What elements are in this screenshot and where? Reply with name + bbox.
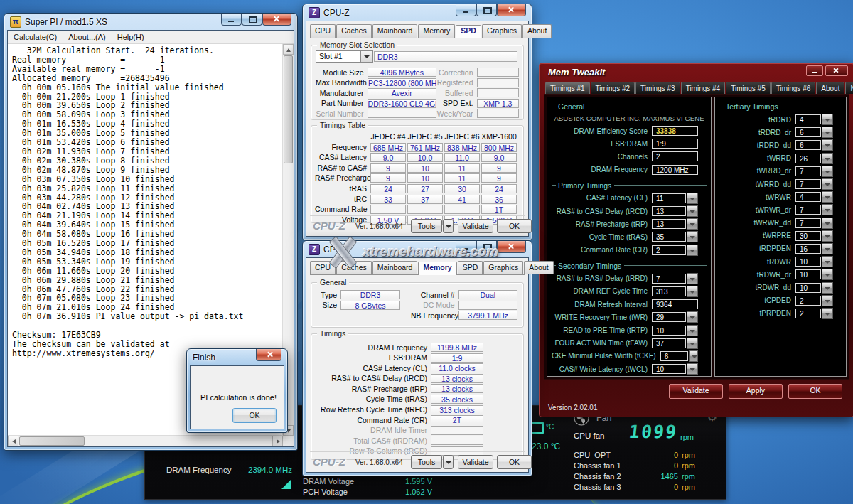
mtk-value-box[interactable]: 37 [652, 338, 686, 348]
mtk-tab-timings-5[interactable]: Timings #5 [726, 82, 771, 94]
mtk-tab-timings-1[interactable]: Timings #1 [545, 82, 590, 94]
mtk-value-box[interactable]: 7 [652, 274, 686, 284]
close-button[interactable] [497, 4, 526, 16]
dropdown-button[interactable] [822, 166, 833, 177]
mtk-value-box[interactable]: 26 [795, 154, 821, 163]
dropdown-button[interactable] [687, 363, 698, 375]
ok-button[interactable]: OK [497, 455, 532, 469]
dropdown-button[interactable] [687, 218, 698, 230]
dropdown-button[interactable] [689, 350, 698, 362]
mtk-value-box[interactable]: 7 [795, 166, 821, 176]
close-button[interactable] [825, 65, 848, 76]
ok-button[interactable]: OK [497, 219, 532, 233]
tools-dropdown-button[interactable] [443, 455, 454, 469]
dropdown-button[interactable] [822, 114, 833, 125]
dropdown-button[interactable] [687, 245, 698, 256]
chevron-down-icon[interactable] [361, 50, 373, 63]
dropdown-button[interactable] [687, 205, 698, 217]
panel-resize-triangle[interactable] [281, 480, 291, 489]
dropdown-button[interactable] [687, 273, 698, 284]
horizontal-scroll-thumb[interactable] [19, 436, 85, 446]
vertical-scroll-thumb[interactable] [284, 55, 293, 163]
ok-button[interactable]: OK [232, 408, 277, 423]
mtk-tab-timings-6[interactable]: Timings #6 [771, 82, 816, 94]
dropdown-button[interactable] [822, 139, 833, 151]
mtk-value-box[interactable]: 9364 [652, 299, 698, 309]
scroll-left-button[interactable] [8, 436, 18, 446]
mtk-tab-timings-4[interactable]: Timings #4 [681, 82, 726, 94]
scroll-right-button[interactable] [272, 436, 283, 446]
scroll-up-button[interactable] [283, 44, 294, 55]
mtk-value-box[interactable]: 13 [652, 206, 686, 216]
validate-button[interactable]: Validate [669, 384, 723, 399]
mtk-value-box[interactable]: 6 [795, 140, 821, 150]
mtk-value-box[interactable]: 35 [652, 232, 686, 242]
mtk-value-box[interactable]: 4 [795, 114, 821, 124]
mtk-tab-about[interactable]: About [816, 82, 844, 94]
mtk-tab-timings-2[interactable]: Timings #2 [591, 82, 635, 94]
tab-about[interactable]: About [524, 261, 553, 274]
tab-caches[interactable]: Caches [336, 261, 372, 274]
dropdown-button[interactable] [822, 230, 833, 242]
minimize-button[interactable] [456, 4, 476, 16]
tab-about[interactable]: About [522, 24, 552, 38]
mtk-value-box[interactable]: 2 [652, 245, 686, 255]
mtk-value-box[interactable]: 10 [795, 269, 821, 279]
mtk-value-box[interactable]: 10 [795, 257, 821, 267]
horizontal-scrollbar[interactable] [8, 435, 283, 446]
tools-button[interactable]: Tools [411, 219, 442, 233]
dropdown-button[interactable] [687, 231, 698, 242]
mtk-value-box[interactable]: 7 [795, 205, 821, 215]
maximize-button[interactable] [242, 14, 262, 26]
menu-help[interactable]: Help(H) [112, 33, 150, 41]
dropdown-button[interactable] [822, 153, 833, 164]
tab-spd[interactable]: SPD [458, 261, 483, 274]
tab-caches[interactable]: Caches [336, 24, 372, 38]
tab-mainboard[interactable]: Mainboard [372, 261, 418, 274]
mtk-value-box[interactable]: 313 [652, 286, 686, 296]
menu-calculate[interactable]: Calculate(C) [8, 33, 63, 41]
dropdown-button[interactable] [687, 325, 698, 336]
mtk-value-box[interactable]: 30 [795, 231, 821, 241]
menu-about[interactable]: About...(A) [63, 33, 112, 41]
tab-memory[interactable]: Memory [418, 24, 455, 38]
dropdown-button[interactable] [822, 204, 833, 215]
dropdown-button[interactable] [687, 338, 698, 349]
mtk-value-box[interactable]: 2 [795, 309, 821, 318]
maximize-button[interactable] [476, 241, 497, 253]
mtk-value-box[interactable]: 7 [795, 179, 821, 189]
tab-memory[interactable]: Memory [418, 262, 456, 275]
validate-button[interactable]: Validate [458, 219, 493, 233]
minimize-button[interactable] [806, 65, 823, 76]
dropdown-button[interactable] [822, 191, 833, 203]
apply-button[interactable]: Apply [729, 384, 783, 399]
dropdown-button[interactable] [687, 286, 698, 297]
mtk-value-box[interactable]: 6 [660, 351, 688, 361]
dropdown-button[interactable] [822, 308, 833, 319]
mtk-value-box[interactable]: 10 [652, 364, 686, 374]
tools-dropdown-button[interactable] [443, 219, 454, 233]
tab-graphics[interactable]: Graphics [482, 24, 522, 38]
dropdown-button[interactable] [822, 295, 833, 306]
tab-cpu[interactable]: CPU [310, 24, 336, 38]
close-button[interactable] [497, 241, 526, 253]
mtk-value-box[interactable]: 4 [795, 192, 821, 202]
tab-graphics[interactable]: Graphics [483, 261, 523, 274]
dropdown-button[interactable] [822, 178, 833, 190]
dropdown-button[interactable] [822, 218, 833, 229]
mtk-value-box[interactable]: 10 [652, 326, 686, 336]
minimize-button[interactable] [456, 241, 476, 253]
mtk-value-box[interactable]: 2 [795, 296, 821, 306]
tools-button[interactable]: Tools [411, 455, 442, 469]
ok-button[interactable]: OK [788, 384, 842, 399]
mtk-value-box[interactable]: 16 [795, 244, 821, 254]
close-button[interactable] [256, 349, 281, 361]
mtk-tab-timings-3[interactable]: Timings #3 [635, 82, 680, 94]
dropdown-button[interactable] [822, 282, 833, 294]
tab-mainboard[interactable]: Mainboard [372, 24, 418, 38]
dropdown-button[interactable] [687, 193, 698, 204]
close-button[interactable] [262, 14, 291, 26]
mtk-value-box[interactable]: 11 [652, 193, 686, 203]
mtk-tab-notice[interactable]: Notice [845, 82, 853, 94]
tab-cpu[interactable]: CPU [310, 261, 336, 274]
